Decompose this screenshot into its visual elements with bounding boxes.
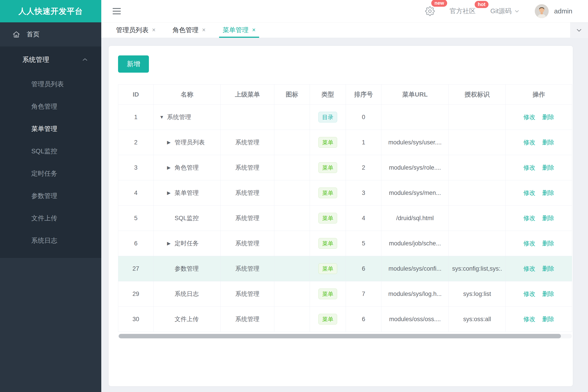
tree-toggle-caret[interactable]: ▶: [167, 190, 175, 196]
cell-order: 2: [346, 155, 381, 180]
cell-icon: [274, 281, 310, 307]
cell-parent: 系统管理: [221, 130, 274, 155]
cell-url: /druid/sql.html: [381, 206, 449, 231]
git-source-dropdown[interactable]: Git源码: [490, 7, 520, 16]
cell-order: 6: [346, 256, 381, 281]
new-badge: new: [431, 0, 447, 7]
tree-toggle-caret[interactable]: ▶: [167, 165, 175, 170]
user-menu[interactable]: admin: [535, 4, 572, 18]
top-header: new 官方社区 hot Git源码: [101, 0, 588, 22]
cell-parent: 系统管理: [221, 307, 274, 332]
edit-link[interactable]: 修改: [523, 240, 535, 247]
delete-link[interactable]: 删除: [542, 290, 554, 297]
cell-type: 菜单: [310, 155, 346, 180]
cell-actions: 修改删除: [506, 180, 572, 206]
cell-name: 参数管理: [154, 256, 221, 281]
menu-name: 角色管理: [175, 164, 199, 172]
cell-type: 菜单: [310, 231, 346, 256]
delete-link[interactable]: 删除: [542, 215, 554, 222]
cell-actions: 修改删除: [506, 256, 572, 281]
cell-type: 目录: [310, 104, 346, 130]
menu-name: SQL监控: [175, 214, 199, 222]
edit-link[interactable]: 修改: [523, 190, 535, 196]
sidebar-home-label: 首页: [27, 30, 40, 39]
menu-toggle-button[interactable]: [111, 7, 122, 16]
menu-table: ID名称上级菜单图标类型排序号菜单URL授权标识操作 1▼系统管理目录0修改删除…: [118, 84, 572, 332]
cell-id: 2: [118, 130, 154, 155]
cell-parent: [221, 104, 274, 130]
table-row: 30文件上传系统管理菜单6modules/oss/oss....sys:oss:…: [118, 307, 572, 332]
table-row: 27参数管理系统管理菜单6modules/sys/confi...sys:con…: [118, 256, 572, 281]
add-button[interactable]: 新增: [118, 56, 149, 73]
tab-role-mgmt[interactable]: 角色管理×: [171, 22, 207, 38]
edit-link[interactable]: 修改: [523, 290, 535, 297]
tab-bar: 管理员列表×角色管理×菜单管理×: [101, 22, 588, 38]
edit-link[interactable]: 修改: [523, 164, 535, 171]
cell-id: 3: [118, 155, 154, 180]
horizontal-scrollbar-thumb[interactable]: [119, 334, 561, 338]
cell-type: 菜单: [310, 130, 346, 155]
tab-close-icon[interactable]: ×: [202, 26, 206, 34]
delete-link[interactable]: 删除: [542, 114, 554, 120]
cell-parent: 系统管理: [221, 180, 274, 206]
sidebar-item-param-mgmt[interactable]: 参数管理: [0, 184, 101, 207]
sidebar-item-file-upload[interactable]: 文件上传: [0, 207, 101, 229]
cell-parent: 系统管理: [221, 155, 274, 180]
menu-name: 菜单管理: [175, 189, 199, 197]
edit-link[interactable]: 修改: [523, 139, 535, 146]
delete-link[interactable]: 删除: [542, 164, 554, 171]
column-header-0: ID: [118, 84, 154, 104]
cell-perm: [449, 104, 506, 130]
sidebar-item-admin-list[interactable]: 管理员列表: [0, 73, 101, 95]
column-header-6: 菜单URL: [381, 84, 449, 104]
tab-menu-mgmt[interactable]: 菜单管理×: [221, 22, 257, 38]
cell-url: modules/sys/role....: [381, 155, 449, 180]
tab-label: 菜单管理: [223, 26, 249, 35]
settings-button[interactable]: new: [425, 6, 435, 16]
sidebar-item-sql-monitor[interactable]: SQL监控: [0, 140, 101, 162]
delete-link[interactable]: 删除: [542, 316, 554, 322]
edit-link[interactable]: 修改: [523, 215, 535, 222]
sidebar-item-home[interactable]: 首页: [0, 22, 101, 46]
edit-link[interactable]: 修改: [523, 265, 535, 272]
delete-link[interactable]: 删除: [542, 240, 554, 247]
sidebar-group-system-toggle[interactable]: 系统管理: [0, 46, 101, 73]
cell-name: ▼系统管理: [154, 104, 221, 130]
type-badge: 菜单: [318, 213, 337, 224]
cell-perm: sys:log:list: [449, 281, 506, 307]
tree-toggle-caret[interactable]: ▶: [167, 140, 175, 145]
community-link[interactable]: 官方社区 hot: [450, 7, 475, 16]
cell-name: ▶定时任务: [154, 231, 221, 256]
avatar: [535, 4, 549, 18]
table-body: 1▼系统管理目录0修改删除2▶管理员列表系统管理菜单1modules/sys/u…: [118, 104, 572, 332]
cell-order: 3: [346, 180, 381, 206]
tree-toggle-caret[interactable]: ▼: [159, 114, 167, 120]
cell-id: 6: [118, 231, 154, 256]
sidebar-submenu: 管理员列表角色管理菜单管理SQL监控定时任务参数管理文件上传系统日志: [0, 73, 101, 252]
sidebar-item-menu-mgmt[interactable]: 菜单管理: [0, 118, 101, 140]
delete-link[interactable]: 删除: [542, 265, 554, 272]
menu-name: 管理员列表: [175, 138, 205, 146]
cell-parent: 系统管理: [221, 206, 274, 231]
cell-icon: [274, 231, 310, 256]
tab-close-icon[interactable]: ×: [252, 26, 256, 34]
cell-name: ▶管理员列表: [154, 130, 221, 155]
sidebar-item-role-mgmt[interactable]: 角色管理: [0, 95, 101, 118]
menu-name: 系统日志: [175, 290, 199, 298]
cell-url: modules/sys/men...: [381, 180, 449, 206]
table-row: 2▶管理员列表系统管理菜单1modules/sys/user....修改删除: [118, 130, 572, 155]
sidebar-item-scheduled-tasks[interactable]: 定时任务: [0, 162, 101, 184]
delete-link[interactable]: 删除: [542, 190, 554, 196]
sidebar-item-system-log[interactable]: 系统日志: [0, 229, 101, 252]
tree-toggle-caret[interactable]: ▶: [167, 241, 175, 246]
tab-close-icon[interactable]: ×: [152, 26, 156, 34]
cell-order: 5: [346, 231, 381, 256]
tab-admin-list[interactable]: 管理员列表×: [115, 22, 157, 38]
tab-overflow-button[interactable]: [570, 22, 588, 38]
type-badge: 目录: [318, 112, 337, 123]
type-badge: 菜单: [318, 314, 337, 325]
edit-link[interactable]: 修改: [523, 114, 535, 120]
delete-link[interactable]: 删除: [542, 139, 554, 146]
cell-perm: [449, 206, 506, 231]
edit-link[interactable]: 修改: [523, 316, 535, 322]
